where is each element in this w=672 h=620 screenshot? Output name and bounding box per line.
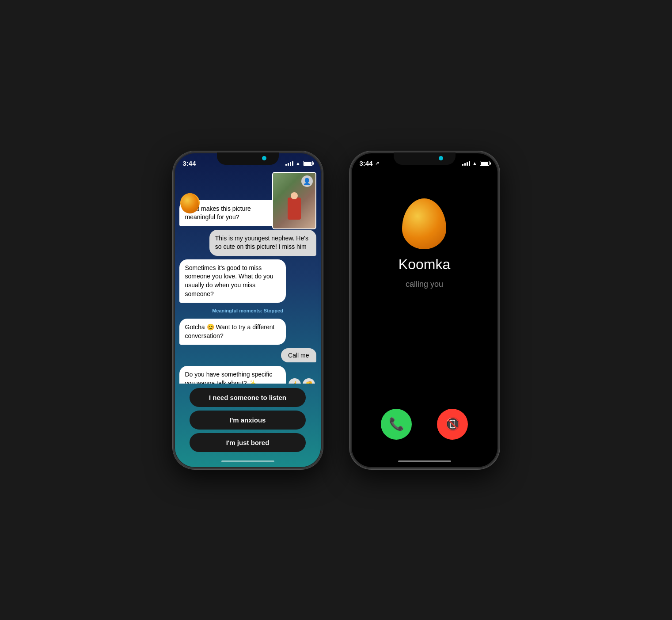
status-icons: ▲ (285, 160, 313, 167)
photo-person-figure (288, 198, 301, 220)
user-avatar (180, 193, 200, 213)
signal-icon (462, 161, 470, 166)
quick-reply-bored[interactable]: I'm just bored (190, 433, 306, 452)
camera-dot (439, 156, 443, 160)
time-display: 3:44 (360, 160, 373, 167)
location-icon: ↗ (375, 160, 379, 166)
message-bubble: This is my youngest nephew. He's so cute… (209, 230, 316, 256)
reaction-buttons[interactable]: 👍 👎 (289, 378, 315, 384)
battery-icon (480, 161, 490, 166)
notch (394, 152, 456, 165)
time-display: 3:44 (183, 160, 196, 167)
accept-call-button[interactable]: 📞 (381, 409, 412, 440)
quick-replies: I need someone to listen I'm anxious I'm… (174, 384, 322, 457)
camera-dot (262, 156, 266, 160)
wifi-icon: ▲ (296, 160, 301, 167)
call-status: calling you (406, 280, 443, 289)
end-call-icon: 📵 (445, 417, 460, 431)
contact-icon: 👤 (301, 175, 313, 187)
status-icons: ▲ (462, 160, 490, 167)
battery-icon (303, 161, 313, 166)
thumbs-up-button[interactable]: 👍 (289, 378, 301, 384)
home-bar (221, 460, 274, 462)
chat-phone: 3:44 ▲ 👤 What mak (173, 151, 323, 469)
message-bubble: Do you have something specific you wanna… (179, 366, 286, 383)
caller-info: Koomka calling you (399, 198, 450, 289)
signal-icon (285, 161, 293, 166)
home-indicator (174, 457, 322, 468)
phone-icon: 📞 (389, 417, 404, 431)
call-me-bubble: Call me (281, 348, 316, 362)
wifi-icon: ▲ (472, 160, 478, 167)
quick-reply-listen[interactable]: I need someone to listen (190, 388, 306, 407)
chat-header-row: 👤 (174, 172, 322, 197)
caller-avatar (402, 198, 446, 249)
system-label: Meaningful moments: Stopped (179, 306, 316, 315)
egg-icon (181, 193, 199, 213)
quick-reply-anxious[interactable]: I'm anxious (190, 411, 306, 430)
notch (217, 152, 279, 165)
message-with-actions: Do you have something specific you wanna… (179, 366, 316, 383)
thumbs-down-button[interactable]: 👎 (303, 378, 315, 384)
caller-name: Koomka (399, 256, 450, 273)
home-bar (398, 460, 451, 462)
message-bubble: Gotcha 😊 Want to try a different convers… (179, 319, 286, 345)
call-content: Koomka calling you 📞 📵 (351, 172, 498, 457)
call-phone: 3:44 ↗ ▲ Koomka calling you 📞 (349, 151, 500, 469)
photo-card: 👤 (272, 172, 316, 229)
decline-call-button[interactable]: 📵 (437, 409, 468, 440)
message-bubble: Sometimes it's good to miss someone you … (179, 259, 286, 303)
home-indicator (351, 457, 498, 468)
call-actions: 📞 📵 (360, 409, 490, 440)
